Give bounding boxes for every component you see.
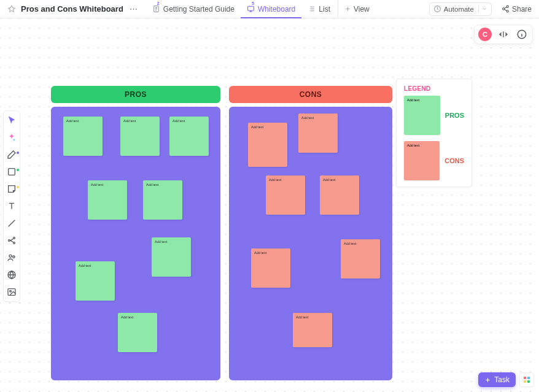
cons-board[interactable]: CONS Add textAdd textAdd textAdd textAdd…	[229, 86, 392, 380]
sticky-note[interactable]: Add text	[320, 175, 359, 215]
people-icon	[7, 253, 17, 263]
sticky-note[interactable]: Add text	[63, 117, 103, 156]
svg-rect-7	[9, 169, 15, 175]
tab-getting-started[interactable]: 2 Getting Started Guide	[146, 0, 241, 18]
whiteboard-icon	[247, 5, 255, 13]
sticky-note[interactable]: Add text	[76, 261, 115, 301]
image-icon	[7, 287, 17, 297]
sticky-note[interactable]: Add text	[118, 313, 157, 352]
sticky-note[interactable]: Add text	[152, 237, 191, 277]
pros-header[interactable]: PROS	[51, 86, 220, 103]
connector-tool[interactable]	[6, 218, 17, 229]
sticky-note[interactable]: Add text	[251, 248, 290, 288]
top-bar: Pros and Cons Whiteboard ⋯ 2 Getting Sta…	[0, 0, 539, 18]
svg-point-8	[9, 240, 10, 242]
text-icon	[7, 201, 17, 211]
pros-board[interactable]: PROS Add textAdd textAdd textAdd textAdd…	[51, 86, 220, 380]
fit-width-button[interactable]	[497, 28, 510, 41]
sparkle-icon	[7, 133, 17, 142]
view-tabs: 2 Getting Started Guide 5 Whiteboard Lis…	[146, 0, 376, 18]
add-view-button[interactable]: View	[338, 0, 376, 18]
svg-point-15	[10, 290, 12, 292]
pencil-icon	[7, 150, 17, 159]
relationship-tool[interactable]	[6, 235, 17, 246]
plus-icon	[344, 6, 351, 12]
sticky-note[interactable]: Add text	[248, 123, 287, 167]
fit-width-icon	[498, 29, 508, 39]
legend-title: LEGEND	[404, 85, 464, 92]
sticky-note[interactable]: Add text	[298, 113, 338, 153]
cons-body[interactable]: Add textAdd textAdd textAdd textAdd text…	[229, 107, 392, 380]
bottom-right-controls: Task	[478, 372, 534, 387]
doc-icon	[152, 5, 160, 13]
sticky-note[interactable]: Add text	[266, 175, 305, 215]
tab-label: Getting Started Guide	[163, 5, 235, 13]
page-title: Pros and Cons Whiteboard	[21, 4, 123, 13]
tab-whiteboard[interactable]: 5 Whiteboard	[241, 0, 301, 18]
whiteboard-canvas[interactable]: C PROS Add textAdd textAdd textAdd textA…	[0, 18, 539, 392]
share-icon	[502, 5, 510, 13]
canvas-top-right-controls: C	[474, 25, 533, 44]
line-icon	[7, 218, 17, 228]
svg-point-5	[506, 10, 508, 12]
sticky-note[interactable]: Add text	[143, 180, 182, 220]
tab-label: List	[319, 5, 330, 13]
svg-rect-1	[248, 6, 254, 10]
svg-point-3	[506, 6, 508, 7]
avatar[interactable]: C	[478, 28, 492, 41]
info-icon	[516, 29, 527, 40]
sticky-note[interactable]: Add text	[293, 313, 332, 347]
legend-pros-row: Add text PROS	[404, 96, 464, 135]
automate-icon	[433, 5, 441, 13]
svg-point-9	[14, 237, 15, 239]
automate-label: Automate	[444, 6, 474, 13]
tab-label: Whiteboard	[258, 5, 295, 13]
app-logo-icon	[7, 5, 16, 13]
sticky-note[interactable]: Add text	[120, 117, 160, 156]
legend-cons-row: Add text CONS	[404, 141, 464, 180]
stamp-tool[interactable]	[6, 252, 17, 263]
chevron-down-icon[interactable]	[478, 6, 487, 13]
legend-pros-label: PROS	[445, 112, 464, 119]
image-tool[interactable]	[6, 286, 17, 298]
legend-pros-note[interactable]: Add text	[404, 96, 440, 135]
add-view-label: View	[354, 5, 370, 13]
automate-button[interactable]: Automate	[429, 2, 492, 16]
cons-header[interactable]: CONS	[229, 86, 392, 103]
svg-point-11	[9, 255, 12, 257]
plus-icon	[484, 377, 491, 383]
grid-icon	[524, 377, 530, 383]
sticky-note-tool[interactable]	[6, 183, 17, 194]
web-tool[interactable]	[6, 269, 17, 280]
tool-rail	[3, 110, 20, 302]
info-button[interactable]	[515, 28, 529, 41]
sticky-note[interactable]: Add text	[88, 180, 127, 220]
task-button-label: Task	[494, 375, 510, 384]
title-more-menu[interactable]: ⋯	[128, 4, 139, 13]
svg-point-4	[503, 8, 505, 10]
svg-point-12	[13, 256, 15, 258]
pen-tool[interactable]	[6, 149, 17, 160]
share-label: Share	[512, 5, 532, 13]
globe-icon	[7, 270, 17, 280]
link-icon	[7, 236, 17, 245]
shape-tool[interactable]	[6, 166, 17, 177]
select-tool[interactable]	[6, 115, 17, 126]
apps-grid-button[interactable]	[519, 372, 534, 387]
list-icon	[308, 5, 316, 13]
new-task-button[interactable]: Task	[478, 372, 516, 387]
tab-list[interactable]: List	[301, 0, 336, 18]
square-icon	[7, 167, 17, 177]
legend-cons-note[interactable]: Add text	[404, 141, 440, 180]
cursor-icon	[7, 115, 17, 125]
pros-body[interactable]: Add textAdd textAdd textAdd textAdd text…	[51, 107, 220, 380]
sticky-note[interactable]: Add text	[341, 239, 380, 279]
sticky-note-icon	[7, 184, 17, 194]
share-button[interactable]: Share	[502, 5, 532, 13]
legend-cons-label: CONS	[444, 157, 464, 164]
ai-tool[interactable]	[6, 132, 17, 143]
legend-panel[interactable]: LEGEND Add text PROS Add text CONS	[396, 79, 472, 187]
text-tool[interactable]	[6, 201, 17, 212]
sticky-note[interactable]: Add text	[169, 117, 209, 156]
svg-point-10	[14, 242, 15, 244]
